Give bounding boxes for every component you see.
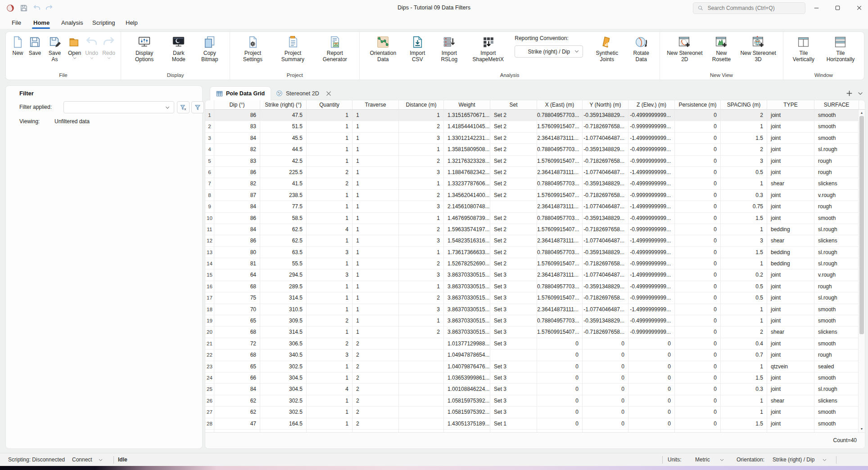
cell[interactable]: 1.33237787606... — [444, 178, 490, 189]
cell[interactable]: 0 — [537, 395, 583, 407]
cell[interactable]: 1 — [353, 110, 399, 121]
cell[interactable]: -0.7182697658... — [583, 258, 628, 269]
column-header-z-elev-m[interactable]: Z (Elev.) (m) — [628, 100, 675, 110]
cell[interactable]: 1 — [307, 110, 353, 121]
cell[interactable]: 1 — [399, 178, 444, 189]
cell[interactable]: sl.rough — [814, 292, 859, 304]
row-number-cell[interactable]: 26 — [205, 395, 214, 407]
cell[interactable]: smooth — [814, 133, 859, 144]
cell[interactable]: 1.46769508739... — [444, 213, 490, 224]
cell[interactable]: 0 — [537, 418, 583, 430]
cell[interactable]: -0.7182697658... — [583, 327, 628, 338]
tab-stereonet-2d[interactable]: Stereonet 2D — [270, 86, 325, 100]
cell[interactable]: -1.0774046487... — [583, 201, 628, 212]
cell[interactable]: -0.7182697658... — [583, 224, 628, 235]
cell[interactable]: 3 — [307, 269, 353, 281]
cell[interactable]: -1.4999999999... — [628, 133, 675, 144]
cell[interactable]: 1.34562041400... — [444, 190, 490, 201]
cell[interactable]: 1 — [307, 395, 353, 407]
cell[interactable]: joint — [767, 292, 814, 304]
cell[interactable]: 65 — [214, 315, 260, 327]
scrollbar-thumb[interactable] — [859, 116, 864, 334]
cell[interactable]: Set 3 — [490, 292, 537, 304]
cell[interactable] — [399, 349, 444, 361]
cell[interactable]: -0.9999999999... — [628, 121, 675, 132]
cell[interactable]: 3 — [399, 269, 444, 281]
cell[interactable] — [490, 349, 537, 361]
cell[interactable]: 0 — [628, 349, 675, 361]
cell[interactable]: joint — [767, 418, 814, 430]
cell[interactable]: 0 — [675, 304, 721, 315]
cell[interactable]: -0.3591348829... — [583, 315, 628, 327]
cell[interactable]: shear — [767, 235, 814, 246]
cell[interactable]: rough — [814, 167, 859, 178]
cell[interactable]: Set 1 — [490, 418, 537, 430]
cell[interactable]: joint — [767, 384, 814, 395]
cell[interactable]: 1 — [307, 292, 353, 304]
new-button[interactable]: New — [9, 34, 26, 57]
cell[interactable]: 0 — [628, 361, 675, 372]
cell[interactable]: joint — [767, 315, 814, 327]
save-button[interactable]: Save — [27, 34, 43, 57]
cell[interactable]: 0 — [675, 407, 721, 418]
cell[interactable]: 0 — [675, 384, 721, 395]
cell[interactable]: -0.3591348829... — [583, 213, 628, 224]
cell[interactable]: Set 2 — [490, 190, 537, 201]
cell[interactable]: -0.4999999999... — [628, 213, 675, 224]
cell[interactable]: 2.36414873111... — [537, 167, 583, 178]
cell[interactable]: 2 — [721, 110, 767, 121]
cell[interactable]: 3.86370330515... — [444, 304, 490, 315]
cell[interactable]: 314.5 — [260, 292, 307, 304]
cell[interactable]: Set 2 — [490, 144, 537, 155]
cell[interactable]: Set 2 — [490, 258, 537, 269]
cell[interactable]: 1.33012142231... — [444, 133, 490, 144]
cell[interactable]: 0 — [675, 247, 721, 258]
cell[interactable]: -0.9999999999... — [628, 258, 675, 269]
import-csv-button[interactable]: Import CSV — [403, 34, 432, 64]
report-generator-button[interactable]: Report Generator — [314, 34, 356, 64]
cell[interactable]: 2 — [307, 338, 353, 349]
dark-mode-button[interactable]: Dark Mode — [164, 34, 193, 64]
cell[interactable]: 0 — [583, 395, 628, 407]
cell[interactable]: 3 — [399, 304, 444, 315]
row-number-cell[interactable]: 15 — [205, 269, 214, 281]
cell[interactable]: -1.4999999999... — [628, 201, 675, 212]
cell[interactable]: -0.9999999999... — [628, 156, 675, 167]
row-number-cell[interactable]: 5 — [205, 156, 214, 167]
cell[interactable]: 1 — [353, 133, 399, 144]
cell[interactable]: 2 — [307, 178, 353, 189]
cell[interactable]: -0.4999999999... — [628, 144, 675, 155]
cell[interactable]: Set 2 — [490, 224, 537, 235]
row-number-cell[interactable]: 10 — [205, 213, 214, 224]
row-number-cell[interactable]: 18 — [205, 304, 214, 315]
connect-button[interactable]: Connect — [72, 457, 92, 463]
cell[interactable]: 0 — [537, 372, 583, 384]
cell[interactable]: 2.36414873111... — [537, 304, 583, 315]
cell[interactable]: 3 — [399, 201, 444, 212]
menu-home[interactable]: Home — [32, 18, 51, 27]
clear-filter-button[interactable] — [177, 101, 190, 113]
project-settings-button[interactable]: Project Settings — [234, 34, 271, 64]
cell[interactable]: sl.rough — [814, 247, 859, 258]
cell[interactable]: Set 3 — [490, 315, 537, 327]
cell[interactable]: 0 — [537, 349, 583, 361]
cell[interactable]: 4 — [307, 384, 353, 395]
cell[interactable]: 0 — [675, 144, 721, 155]
cell[interactable]: -0.3591348829... — [583, 144, 628, 155]
cell[interactable]: rough — [814, 349, 859, 361]
cell[interactable]: 1.32176323328... — [444, 156, 490, 167]
cell[interactable]: -0.3591348829... — [583, 178, 628, 189]
cell[interactable]: Set 2 — [490, 178, 537, 189]
cell[interactable]: 1 — [307, 327, 353, 338]
cell[interactable]: 2 — [399, 156, 444, 167]
cell[interactable]: 1 — [307, 201, 353, 212]
cell[interactable]: 62.5 — [260, 235, 307, 246]
row-number-cell[interactable]: 17 — [205, 292, 214, 304]
cell[interactable]: 1 — [353, 121, 399, 132]
row-number-cell[interactable]: 3 — [205, 133, 214, 144]
cell[interactable]: 1.31516570671... — [444, 110, 490, 121]
cell[interactable]: 4 — [307, 224, 353, 235]
cell[interactable]: shear — [767, 178, 814, 189]
cell[interactable]: 0 — [537, 384, 583, 395]
cell[interactable]: smooth — [814, 407, 859, 418]
